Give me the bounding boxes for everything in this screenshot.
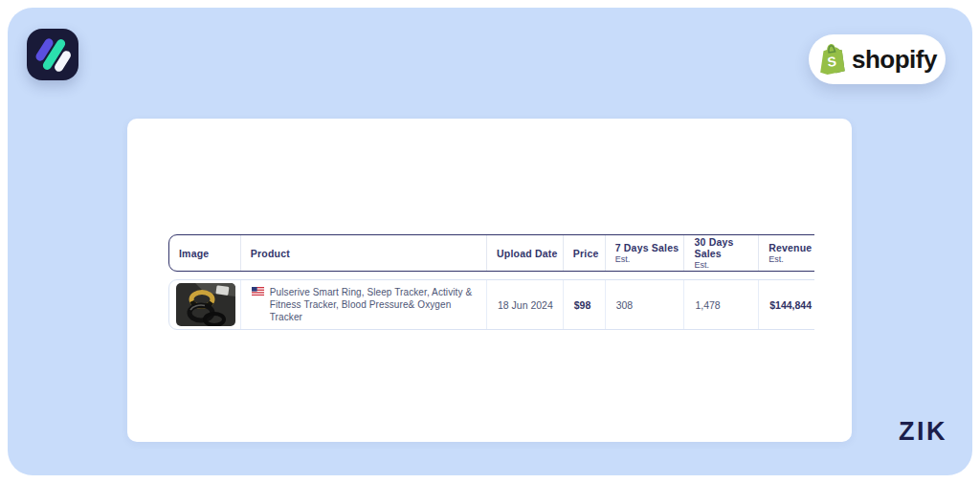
product-title[interactable]: Pulserive Smart Ring, Sleep Tracker, Act… bbox=[270, 286, 479, 324]
column-header-product: Product bbox=[240, 235, 486, 271]
price-cell: $98 bbox=[563, 280, 605, 329]
column-header-30-days-sales: 30 Days Sales Est. bbox=[683, 235, 758, 271]
table-header-row: Image Product Upload Date Price 7 Days S… bbox=[168, 234, 814, 272]
upload-date-cell: 18 Jun 2024 bbox=[486, 280, 563, 329]
column-header-upload-date: Upload Date bbox=[486, 235, 563, 271]
product-title-row: Pulserive Smart Ring, Sleep Tracker, Act… bbox=[252, 286, 479, 324]
table-row[interactable]: Pulserive Smart Ring, Sleep Tracker, Act… bbox=[168, 279, 814, 330]
revenue-value: $144,844 bbox=[769, 299, 814, 311]
product-cell: Pulserive Smart Ring, Sleep Tracker, Act… bbox=[240, 280, 486, 329]
blue-canvas: S shopify Image Product Upload Date bbox=[8, 8, 972, 475]
channel-row: ∞ bbox=[252, 327, 479, 330]
column-header-revenue: Revenue Est. bbox=[758, 235, 814, 271]
svg-text:S: S bbox=[827, 54, 837, 70]
results-card: Image Product Upload Date Price 7 Days S… bbox=[127, 119, 852, 442]
sales-30-days-value: 1,478 bbox=[695, 299, 758, 311]
column-header-7-days-sales: 7 Days Sales Est. bbox=[605, 235, 684, 271]
meta-icon: ∞ bbox=[252, 326, 262, 330]
zik-app-logo-icon bbox=[27, 29, 78, 80]
sales-7-days-value: 308 bbox=[616, 299, 684, 311]
column-header-price: Price bbox=[563, 235, 605, 271]
sales-30-days-cell: 1,478 bbox=[683, 280, 758, 329]
shopify-wordmark: shopify bbox=[852, 45, 937, 75]
est-sub-label: Est. bbox=[768, 254, 814, 264]
upload-date-value: 18 Jun 2024 bbox=[498, 299, 563, 311]
est-sub-label: Est. bbox=[694, 260, 758, 270]
products-table: Image Product Upload Date Price 7 Days S… bbox=[168, 234, 814, 330]
page-background: S shopify Image Product Upload Date bbox=[0, 0, 980, 483]
est-sub-label: Est. bbox=[615, 254, 684, 264]
zik-wordmark: ZIK bbox=[899, 417, 947, 447]
sales-7-days-cell: 308 bbox=[605, 280, 684, 329]
revenue-cell: $144,844 bbox=[758, 280, 814, 329]
column-header-image: Image bbox=[169, 235, 240, 271]
price-value: $98 bbox=[574, 299, 605, 311]
shopify-badge: S shopify bbox=[809, 34, 946, 84]
us-flag-icon bbox=[252, 287, 264, 296]
product-photo bbox=[176, 283, 235, 326]
shopify-bag-icon: S bbox=[817, 43, 846, 76]
product-image-cell bbox=[169, 280, 240, 329]
